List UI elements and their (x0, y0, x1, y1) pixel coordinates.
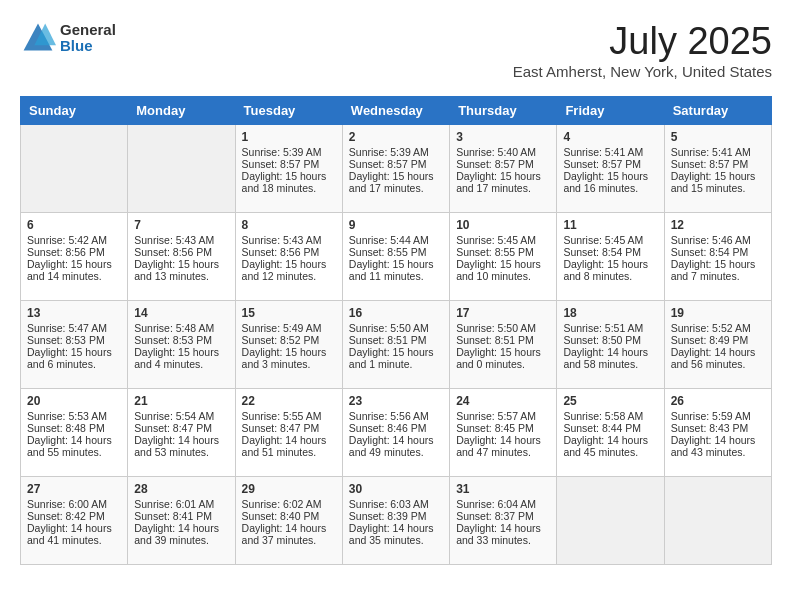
title-location: East Amherst, New York, United States (513, 63, 772, 80)
day-number: 19 (671, 306, 765, 320)
day-info: Daylight: 14 hours and 47 minutes. (456, 434, 550, 458)
day-number: 12 (671, 218, 765, 232)
calendar-table: SundayMondayTuesdayWednesdayThursdayFrid… (20, 96, 772, 565)
day-info: Daylight: 15 hours and 17 minutes. (456, 170, 550, 194)
day-info: Sunrise: 5:41 AM (671, 146, 765, 158)
day-info: Daylight: 15 hours and 12 minutes. (242, 258, 336, 282)
day-number: 26 (671, 394, 765, 408)
day-info: Sunset: 8:45 PM (456, 422, 550, 434)
calendar-cell (21, 125, 128, 213)
calendar-header: SundayMondayTuesdayWednesdayThursdayFrid… (21, 97, 772, 125)
day-number: 15 (242, 306, 336, 320)
day-number: 9 (349, 218, 443, 232)
day-info: Sunset: 8:56 PM (134, 246, 228, 258)
day-number: 8 (242, 218, 336, 232)
day-info: Sunset: 8:41 PM (134, 510, 228, 522)
day-number: 22 (242, 394, 336, 408)
day-info: Sunrise: 6:00 AM (27, 498, 121, 510)
header-cell-thursday: Thursday (450, 97, 557, 125)
calendar-week-2: 6Sunrise: 5:42 AMSunset: 8:56 PMDaylight… (21, 213, 772, 301)
calendar-cell: 29Sunrise: 6:02 AMSunset: 8:40 PMDayligh… (235, 477, 342, 565)
title-month: July 2025 (513, 20, 772, 63)
day-number: 3 (456, 130, 550, 144)
day-info: Sunrise: 5:45 AM (456, 234, 550, 246)
day-info: Daylight: 15 hours and 7 minutes. (671, 258, 765, 282)
day-info: Sunset: 8:48 PM (27, 422, 121, 434)
calendar-cell: 26Sunrise: 5:59 AMSunset: 8:43 PMDayligh… (664, 389, 771, 477)
calendar-week-1: 1Sunrise: 5:39 AMSunset: 8:57 PMDaylight… (21, 125, 772, 213)
calendar-cell: 27Sunrise: 6:00 AMSunset: 8:42 PMDayligh… (21, 477, 128, 565)
day-info: Sunrise: 5:48 AM (134, 322, 228, 334)
day-info: Sunset: 8:57 PM (563, 158, 657, 170)
logo-general: General (60, 22, 116, 39)
day-info: Daylight: 15 hours and 0 minutes. (456, 346, 550, 370)
day-info: Sunset: 8:42 PM (27, 510, 121, 522)
day-info: Daylight: 14 hours and 41 minutes. (27, 522, 121, 546)
day-number: 18 (563, 306, 657, 320)
day-number: 17 (456, 306, 550, 320)
day-info: Sunrise: 5:56 AM (349, 410, 443, 422)
logo-icon (20, 20, 56, 56)
day-info: Daylight: 15 hours and 6 minutes. (27, 346, 121, 370)
day-number: 31 (456, 482, 550, 496)
day-info: Sunrise: 5:57 AM (456, 410, 550, 422)
calendar-cell (557, 477, 664, 565)
title-block: July 2025 East Amherst, New York, United… (513, 20, 772, 80)
day-info: Sunrise: 5:53 AM (27, 410, 121, 422)
header-cell-friday: Friday (557, 97, 664, 125)
day-info: Sunset: 8:56 PM (242, 246, 336, 258)
day-info: Sunset: 8:55 PM (349, 246, 443, 258)
calendar-cell (128, 125, 235, 213)
day-number: 29 (242, 482, 336, 496)
day-info: Sunrise: 5:39 AM (349, 146, 443, 158)
day-info: Sunset: 8:57 PM (456, 158, 550, 170)
day-info: Daylight: 14 hours and 43 minutes. (671, 434, 765, 458)
day-info: Sunset: 8:47 PM (242, 422, 336, 434)
calendar-cell: 5Sunrise: 5:41 AMSunset: 8:57 PMDaylight… (664, 125, 771, 213)
calendar-cell: 14Sunrise: 5:48 AMSunset: 8:53 PMDayligh… (128, 301, 235, 389)
day-number: 4 (563, 130, 657, 144)
day-info: Sunrise: 5:43 AM (134, 234, 228, 246)
calendar-cell: 19Sunrise: 5:52 AMSunset: 8:49 PMDayligh… (664, 301, 771, 389)
day-number: 20 (27, 394, 121, 408)
day-info: Sunrise: 5:46 AM (671, 234, 765, 246)
calendar-week-4: 20Sunrise: 5:53 AMSunset: 8:48 PMDayligh… (21, 389, 772, 477)
day-info: Daylight: 15 hours and 10 minutes. (456, 258, 550, 282)
page-header: General Blue July 2025 East Amherst, New… (20, 20, 772, 80)
day-info: Sunrise: 5:42 AM (27, 234, 121, 246)
day-info: Daylight: 14 hours and 37 minutes. (242, 522, 336, 546)
logo: General Blue (20, 20, 116, 56)
day-info: Sunrise: 5:51 AM (563, 322, 657, 334)
day-number: 10 (456, 218, 550, 232)
day-number: 23 (349, 394, 443, 408)
day-number: 7 (134, 218, 228, 232)
day-info: Sunrise: 5:43 AM (242, 234, 336, 246)
day-info: Sunrise: 5:59 AM (671, 410, 765, 422)
calendar-cell (664, 477, 771, 565)
day-info: Daylight: 14 hours and 53 minutes. (134, 434, 228, 458)
day-info: Sunrise: 5:55 AM (242, 410, 336, 422)
header-cell-sunday: Sunday (21, 97, 128, 125)
day-info: Sunset: 8:57 PM (349, 158, 443, 170)
day-info: Daylight: 15 hours and 4 minutes. (134, 346, 228, 370)
day-info: Sunset: 8:57 PM (671, 158, 765, 170)
calendar-cell: 24Sunrise: 5:57 AMSunset: 8:45 PMDayligh… (450, 389, 557, 477)
day-number: 16 (349, 306, 443, 320)
day-number: 27 (27, 482, 121, 496)
day-info: Sunset: 8:49 PM (671, 334, 765, 346)
day-info: Sunrise: 5:40 AM (456, 146, 550, 158)
day-info: Sunrise: 5:58 AM (563, 410, 657, 422)
day-info: Sunrise: 5:45 AM (563, 234, 657, 246)
logo-text: General Blue (60, 22, 116, 55)
day-info: Sunset: 8:53 PM (134, 334, 228, 346)
day-info: Daylight: 14 hours and 51 minutes. (242, 434, 336, 458)
day-info: Sunrise: 6:01 AM (134, 498, 228, 510)
calendar-cell: 10Sunrise: 5:45 AMSunset: 8:55 PMDayligh… (450, 213, 557, 301)
day-info: Sunrise: 5:54 AM (134, 410, 228, 422)
day-info: Sunrise: 6:02 AM (242, 498, 336, 510)
day-info: Daylight: 14 hours and 39 minutes. (134, 522, 228, 546)
day-info: Daylight: 14 hours and 33 minutes. (456, 522, 550, 546)
day-info: Sunset: 8:54 PM (671, 246, 765, 258)
day-number: 1 (242, 130, 336, 144)
day-info: Sunrise: 5:49 AM (242, 322, 336, 334)
